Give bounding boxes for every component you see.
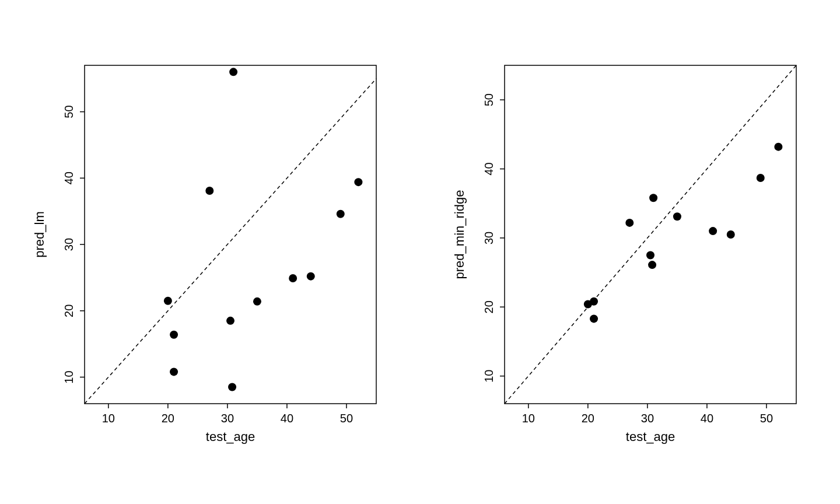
chart-left: 10203040501020304050test_agepred_lm: [9, 13, 411, 491]
x-tick-label: 20: [582, 412, 594, 425]
data-point: [289, 274, 297, 282]
x-tick-label: 10: [102, 412, 115, 425]
y-tick-label: 40: [62, 172, 75, 184]
data-point: [170, 368, 178, 376]
data-point: [229, 68, 237, 76]
data-point: [649, 194, 657, 202]
data-point: [673, 212, 681, 220]
data-point: [774, 143, 782, 151]
y-tick-label: 20: [482, 300, 495, 313]
scatter-plot-left: 10203040501020304050test_agepred_lm: [9, 13, 411, 491]
x-tick-label: 50: [760, 412, 773, 425]
data-point: [727, 230, 735, 239]
y-tick-label: 10: [62, 370, 75, 383]
y-tick-label: 50: [482, 93, 495, 106]
data-point: [170, 331, 178, 339]
data-point: [253, 298, 261, 306]
x-tick-label: 30: [221, 412, 234, 425]
x-tick-label: 40: [701, 412, 713, 425]
data-point: [709, 227, 717, 235]
data-point: [590, 298, 598, 306]
svg-rect-0: [85, 65, 376, 404]
x-tick-label: 20: [162, 412, 174, 425]
y-tick-label: 30: [62, 238, 75, 251]
x-tick-label: 30: [641, 412, 654, 425]
y-tick-label: 40: [482, 162, 495, 175]
x-tick-label: 40: [281, 412, 293, 425]
data-point: [205, 187, 214, 195]
data-point: [307, 272, 315, 281]
svg-line-13: [505, 65, 796, 404]
data-point: [625, 219, 634, 227]
svg-line-1: [85, 79, 376, 404]
data-point: [757, 174, 765, 182]
scatter-plot-right: 10203040501020304050test_agepred_min_rid…: [429, 13, 831, 491]
data-point: [590, 314, 598, 323]
y-axis-label: pred_min_ridge: [452, 190, 467, 279]
x-tick-label: 50: [340, 412, 353, 425]
data-point: [164, 297, 172, 305]
data-point: [648, 261, 656, 269]
y-axis-label: pred_lm: [32, 211, 47, 257]
y-tick-label: 20: [62, 304, 75, 317]
y-tick-label: 10: [482, 370, 495, 383]
x-axis-label: test_age: [206, 429, 255, 444]
data-point: [226, 317, 235, 325]
chart-panel-row: 10203040501020304050test_agepred_lm 1020…: [0, 0, 840, 504]
data-point: [646, 251, 654, 260]
data-point: [354, 178, 362, 186]
x-tick-label: 10: [522, 412, 535, 425]
x-axis-label: test_age: [626, 429, 675, 444]
data-point: [337, 210, 345, 218]
data-point: [228, 383, 236, 391]
y-tick-label: 30: [482, 232, 495, 244]
y-tick-label: 50: [62, 105, 75, 118]
chart-right: 10203040501020304050test_agepred_min_rid…: [429, 13, 831, 491]
